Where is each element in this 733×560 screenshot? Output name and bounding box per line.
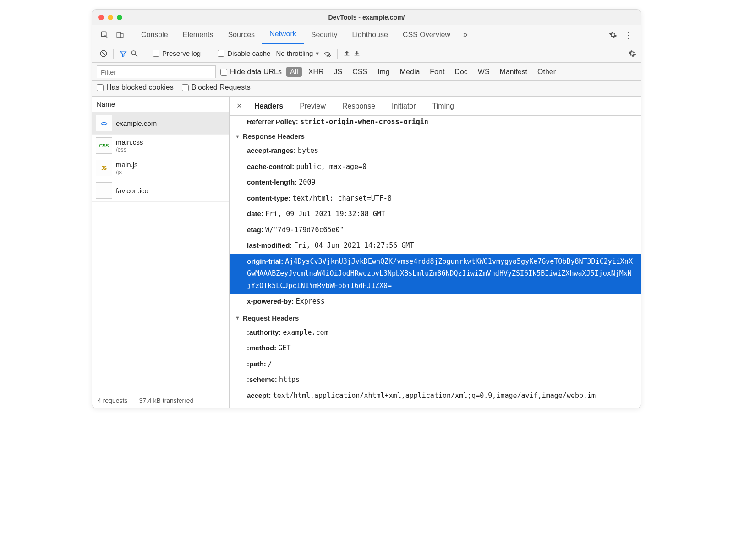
filter-icon[interactable] [119, 49, 127, 58]
preserve-log-checkbox[interactable]: Preserve log [150, 49, 203, 57]
filter-type-xhr[interactable]: XHR [305, 67, 328, 77]
network-conditions-icon[interactable] [323, 49, 332, 58]
svg-line-6 [135, 54, 137, 57]
tab-network[interactable]: Network [262, 25, 304, 44]
tab-console[interactable]: Console [134, 25, 175, 44]
request-row[interactable]: JS main.js /js [92, 157, 229, 179]
response-headers-section[interactable]: Response Headers [230, 128, 641, 143]
detail-tab-preview[interactable]: Preview [291, 97, 334, 116]
header-key: content-length: [247, 178, 297, 186]
more-tabs-icon[interactable]: » [458, 27, 473, 43]
svg-point-8 [329, 54, 330, 56]
filter-type-media[interactable]: Media [396, 67, 424, 77]
header-key: last-modified: [247, 241, 292, 249]
request-row[interactable]: CSS main.css /css [92, 135, 229, 157]
request-list: <> example.com CSS main.css /css JS main… [92, 112, 229, 393]
file-info: main.js /js [116, 161, 138, 175]
header-row[interactable]: accept: text/html,application/xhtml+xml,… [230, 388, 641, 404]
settings-icon[interactable] [605, 27, 621, 43]
dropdown-icon[interactable]: ▼ [315, 51, 320, 56]
header-row[interactable]: :method: GET [230, 340, 641, 356]
tab-css-overview[interactable]: CSS Overview [395, 25, 458, 44]
clear-icon[interactable] [99, 49, 108, 58]
disable-cache-checkbox[interactable]: Disable cache [215, 49, 273, 57]
filter-input[interactable] [97, 65, 216, 78]
file-info: favicon.ico [116, 187, 148, 195]
blocked-requests-label: Blocked Requests [191, 83, 251, 92]
blocked-requests-checkbox[interactable]: Blocked Requests [182, 83, 251, 92]
upload-har-icon[interactable] [343, 49, 350, 58]
device-toolbar-icon[interactable] [112, 27, 128, 43]
network-settings-icon[interactable] [628, 49, 636, 58]
filter-type-manifest[interactable]: Manifest [496, 67, 531, 77]
detail-tab-headers[interactable]: Headers [246, 97, 291, 116]
tab-sources[interactable]: Sources [220, 25, 262, 44]
sidebar-column-name[interactable]: Name [92, 97, 229, 112]
header-key: :method: [247, 344, 276, 352]
transferred-size: 37.4 kB transferred [133, 393, 229, 408]
detail-tab-initiator[interactable]: Initiator [383, 97, 424, 116]
filter-type-css[interactable]: CSS [349, 67, 371, 77]
preserve-log-label: Preserve log [162, 49, 201, 57]
tab-elements[interactable]: Elements [175, 25, 221, 44]
header-value: / [268, 360, 272, 368]
header-key: accept: [247, 391, 271, 399]
network-toolbar: Preserve log Disable cache No throttling… [92, 44, 641, 63]
header-row[interactable]: :path: / [230, 356, 641, 372]
filter-type-ws[interactable]: WS [474, 67, 493, 77]
close-detail-icon[interactable]: × [232, 101, 246, 111]
header-row[interactable]: date: Fri, 09 Jul 2021 19:32:08 GMT [230, 206, 641, 222]
filter-type-all[interactable]: All [286, 67, 302, 77]
inspect-element-icon[interactable] [97, 27, 112, 43]
maximize-window-button[interactable] [117, 15, 122, 20]
tab-security[interactable]: Security [304, 25, 345, 44]
svg-line-4 [101, 51, 106, 56]
file-path: /css [116, 146, 143, 153]
detail-tabs: × HeadersPreviewResponseInitiatorTiming [230, 97, 641, 116]
filter-type-font[interactable]: Font [426, 67, 448, 77]
svg-point-7 [327, 55, 328, 56]
header-value: public, max-age=0 [296, 163, 367, 171]
download-har-icon[interactable] [353, 49, 361, 58]
header-row[interactable]: etag: W/"7d9-179d76c65e0" [230, 222, 641, 238]
svg-rect-9 [345, 55, 350, 56]
detail-tab-timing[interactable]: Timing [424, 97, 462, 116]
header-key: x-powered-by: [247, 297, 294, 305]
file-name: main.js [116, 161, 138, 169]
header-row[interactable]: content-length: 2009 [230, 174, 641, 190]
request-row[interactable]: <> example.com [92, 112, 229, 135]
file-type-icon: <> [96, 115, 112, 131]
request-headers-section[interactable]: Request Headers [230, 310, 641, 325]
close-window-button[interactable] [98, 15, 104, 20]
file-info: example.com [116, 120, 157, 127]
header-row[interactable]: origin-trial: Aj4DysCv3VjknU3jJvkDEwnQZK… [230, 254, 641, 294]
minimize-window-button[interactable] [108, 15, 113, 20]
filter-type-other[interactable]: Other [534, 67, 559, 77]
header-value: text/html; charset=UTF-8 [292, 194, 392, 202]
header-row[interactable]: accept-ranges: bytes [230, 143, 641, 159]
detail-pane: × HeadersPreviewResponseInitiatorTiming … [230, 97, 641, 408]
request-row[interactable]: favicon.ico [92, 179, 229, 202]
main-tabs: ConsoleElementsSourcesNetworkSecurityLig… [134, 25, 458, 44]
filter-type-img[interactable]: Img [374, 67, 394, 77]
header-value: https [279, 375, 300, 384]
header-value: example.com [283, 328, 328, 337]
detail-tab-response[interactable]: Response [334, 97, 383, 116]
header-row[interactable]: :scheme: https [230, 372, 641, 388]
header-row[interactable]: :authority: example.com [230, 325, 641, 341]
throttling-select[interactable]: No throttling [276, 49, 313, 57]
filter-type-doc[interactable]: Doc [451, 67, 471, 77]
filter-type-js[interactable]: JS [330, 67, 346, 77]
disable-cache-label: Disable cache [227, 49, 270, 57]
search-icon[interactable] [130, 49, 138, 58]
header-row[interactable]: last-modified: Fri, 04 Jun 2021 14:27:56… [230, 238, 641, 254]
tab-lighthouse[interactable]: Lighthouse [345, 25, 395, 44]
header-row[interactable]: cache-control: public, max-age=0 [230, 159, 641, 175]
kebab-menu-icon[interactable]: ⋮ [621, 27, 636, 43]
filter-subrow: Has blocked cookies Blocked Requests [92, 81, 641, 97]
header-row[interactable]: x-powered-by: Express [230, 294, 641, 310]
header-row[interactable]: content-type: text/html; charset=UTF-8 [230, 190, 641, 207]
header-value: GET [278, 344, 290, 352]
has-blocked-cookies-checkbox[interactable]: Has blocked cookies [97, 83, 174, 92]
hide-data-urls-checkbox[interactable]: Hide data URLs [220, 68, 282, 76]
